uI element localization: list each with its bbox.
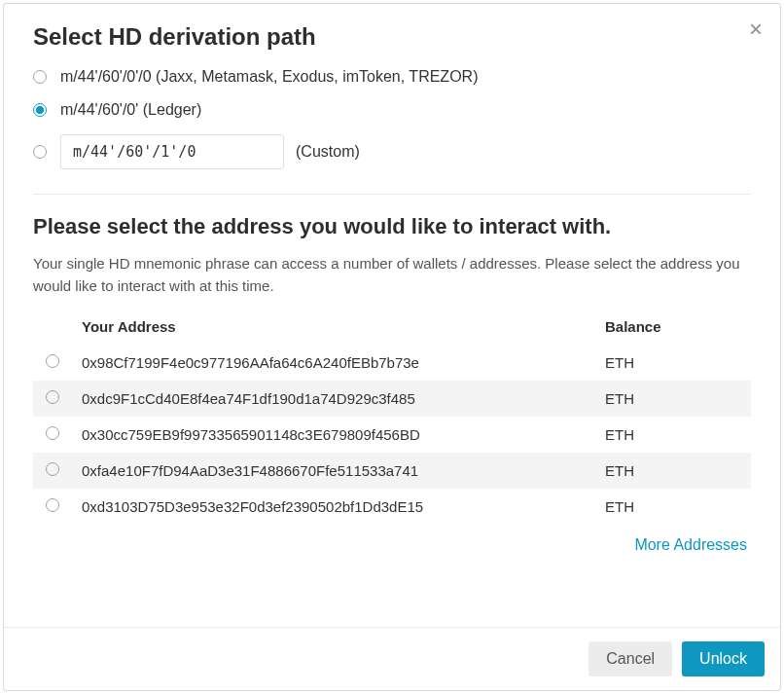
section-divider (33, 194, 751, 195)
table-row[interactable]: 0xd3103D75D3e953e32F0d3ef2390502bf1Dd3dE… (33, 489, 751, 525)
address-cell: 0x30cc759EB9f99733565901148c3E679809f456… (82, 426, 605, 443)
radio-icon[interactable] (46, 498, 59, 512)
hd-path-option-label: m/44'/60'/0' (Ledger) (60, 101, 201, 119)
address-section-title: Please select the address you would like… (33, 214, 751, 239)
address-cell: 0xfa4e10F7fD94AaD3e31F4886670Ffe511533a7… (82, 462, 605, 479)
radio-icon[interactable] (46, 390, 59, 404)
balance-cell: ETH (605, 354, 741, 371)
close-icon[interactable]: × (749, 18, 763, 41)
address-cell: 0x98Cf7199F4e0c977196AAfa64c6A240fEBb7b7… (82, 354, 605, 371)
radio-icon[interactable] (33, 70, 47, 84)
table-header: Your Address Balance (33, 310, 751, 345)
hd-path-radio-group: m/44'/60'/0'/0 (Jaxx, Metamask, Exodus, … (33, 68, 751, 184)
table-header-balance: Balance (605, 318, 741, 335)
table-header-address: Your Address (82, 318, 605, 335)
hd-path-option-default[interactable]: m/44'/60'/0'/0 (Jaxx, Metamask, Exodus, … (33, 68, 751, 86)
more-addresses-wrapper: More Addresses (33, 536, 751, 554)
table-row[interactable]: 0x30cc759EB9f99733565901148c3E679809f456… (33, 417, 751, 453)
radio-icon[interactable] (33, 145, 47, 159)
cancel-button[interactable]: Cancel (588, 641, 672, 676)
hd-path-option-custom[interactable]: (Custom) (33, 134, 751, 169)
balance-cell: ETH (605, 426, 741, 443)
balance-cell: ETH (605, 390, 741, 407)
dialog-body: Select HD derivation path m/44'/60'/0'/0… (4, 4, 780, 627)
radio-icon[interactable] (46, 462, 59, 476)
address-table: Your Address Balance 0x98Cf7199F4e0c9771… (33, 310, 751, 525)
table-row[interactable]: 0xdc9F1cCd40E8f4ea74F1df190d1a74D929c3f4… (33, 381, 751, 417)
table-row[interactable]: 0xfa4e10F7fD94AaD3e31F4886670Ffe511533a7… (33, 453, 751, 489)
address-cell: 0xd3103D75D3e953e32F0d3ef2390502bf1Dd3dE… (82, 498, 605, 515)
balance-cell: ETH (605, 462, 741, 479)
radio-icon[interactable] (33, 103, 47, 117)
custom-path-label: (Custom) (296, 143, 360, 161)
address-cell: 0xdc9F1cCd40E8f4ea74F1df190d1a74D929c3f4… (82, 390, 605, 407)
hd-path-option-label: m/44'/60'/0'/0 (Jaxx, Metamask, Exodus, … (60, 68, 478, 86)
balance-cell: ETH (605, 498, 741, 515)
dialog-footer: Cancel Unlock (4, 627, 780, 690)
unlock-button[interactable]: Unlock (682, 641, 765, 676)
dialog-title: Select HD derivation path (33, 23, 751, 51)
custom-path-input[interactable] (60, 134, 284, 169)
radio-icon[interactable] (46, 426, 59, 440)
more-addresses-link[interactable]: More Addresses (634, 536, 747, 553)
address-section-helper: Your single HD mnemonic phrase can acces… (33, 253, 751, 297)
table-row[interactable]: 0x98Cf7199F4e0c977196AAfa64c6A240fEBb7b7… (33, 345, 751, 381)
hd-path-dialog: × Select HD derivation path m/44'/60'/0'… (3, 3, 781, 691)
radio-icon[interactable] (46, 354, 59, 368)
hd-path-option-ledger[interactable]: m/44'/60'/0' (Ledger) (33, 101, 751, 119)
